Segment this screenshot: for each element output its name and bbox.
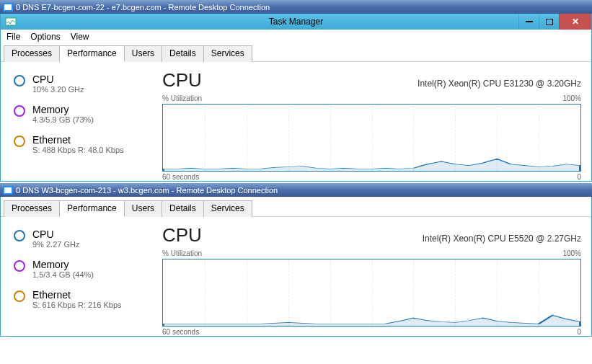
- chart-title: CPU: [162, 224, 202, 247]
- close-button[interactable]: ✕: [559, 14, 591, 30]
- tab-processes[interactable]: Processes: [4, 45, 60, 62]
- taskmanager-icon: [5, 16, 17, 27]
- sidebar-ethernet[interactable]: Ethernet S: 488 Kbps R: 48.0 Kbps: [11, 130, 162, 159]
- chart-ymax: 100%: [562, 249, 581, 257]
- main-panel-1: CPU Intel(R) Xeon(R) CPU E31230 @ 3.20GH…: [162, 69, 581, 181]
- tab-details[interactable]: Details: [162, 200, 204, 217]
- menu-options[interactable]: Options: [30, 32, 60, 42]
- cpu-model: Intel(R) Xeon(R) CPU E5520 @ 2.27GHz: [423, 234, 581, 244]
- sidebar-1: CPU 10% 3.20 GHz Memory 4.3/5.9 GB (73%)…: [11, 69, 162, 181]
- window-title: Task Manager: [269, 17, 323, 27]
- tab-performance[interactable]: Performance: [59, 200, 125, 217]
- chart-ylabel: % Utilization: [162, 249, 202, 257]
- taskmanager-window-2: Processes Performance Users Details Serv…: [0, 197, 592, 337]
- rdc-title-text: 0 DNS E7-bcgen-com-22 - e7.bcgen.com - R…: [16, 3, 270, 12]
- sidebar-memory[interactable]: Memory 1.5/3.4 GB (44%): [11, 254, 162, 283]
- tab-processes[interactable]: Processes: [4, 200, 60, 217]
- chart-xright: 0: [577, 173, 581, 181]
- sidebar-ethernet-detail: S: 616 Kbps R: 216 Kbps: [32, 301, 122, 309]
- tab-services[interactable]: Services: [203, 200, 252, 217]
- tab-users[interactable]: Users: [124, 200, 162, 217]
- taskmanager-window: Task Manager ✕ File Options View Process…: [0, 14, 592, 182]
- chart-xleft: 60 seconds: [162, 328, 199, 336]
- rdc-titlebar-2[interactable]: 0 DNS W3-bcgen-com-213 - w3.bcgen.com - …: [0, 183, 592, 197]
- performance-content-2: CPU 9% 2.27 GHz Memory 1.5/3.4 GB (44%) …: [1, 217, 591, 336]
- menu-bar: File Options View: [1, 30, 591, 43]
- main-panel-2: CPU Intel(R) Xeon(R) CPU E5520 @ 2.27GHz…: [162, 224, 581, 336]
- chart-title: CPU: [162, 69, 202, 92]
- sidebar-ethernet-detail: S: 488 Kbps R: 48.0 Kbps: [32, 146, 124, 154]
- sidebar-ethernet[interactable]: Ethernet S: 616 Kbps R: 216 Kbps: [11, 285, 162, 314]
- sidebar-cpu-detail: 10% 3.20 GHz: [32, 85, 84, 94]
- window-buttons: ✕: [518, 14, 591, 30]
- sidebar-memory-label: Memory: [32, 104, 94, 115]
- tabs-1: Processes Performance Users Details Serv…: [1, 43, 591, 62]
- memory-indicator-icon: [14, 105, 25, 117]
- tab-details[interactable]: Details: [162, 45, 204, 62]
- window-client: File Options View Processes Performance …: [1, 30, 591, 181]
- sidebar-memory-label: Memory: [32, 259, 94, 270]
- tab-services[interactable]: Services: [203, 45, 252, 62]
- rdc-title-text: 0 DNS W3-bcgen-com-213 - w3.bcgen.com - …: [16, 186, 278, 195]
- sidebar-memory-detail: 1.5/3.4 GB (44%): [32, 270, 94, 279]
- menu-view[interactable]: View: [71, 32, 89, 42]
- sidebar-memory[interactable]: Memory 4.3/5.9 GB (73%): [11, 99, 162, 128]
- sidebar-2: CPU 9% 2.27 GHz Memory 1.5/3.4 GB (44%) …: [11, 224, 162, 336]
- rdc-icon: [3, 3, 13, 12]
- window-titlebar[interactable]: Task Manager ✕: [1, 14, 591, 30]
- cpu-indicator-icon: [14, 75, 25, 86]
- cpu-chart-2: [162, 259, 581, 327]
- performance-content-1: CPU 10% 3.20 GHz Memory 4.3/5.9 GB (73%)…: [1, 62, 591, 181]
- sidebar-ethernet-label: Ethernet: [32, 289, 122, 301]
- ethernet-indicator-icon: [14, 136, 25, 147]
- ethernet-indicator-icon: [14, 290, 25, 302]
- cpu-indicator-icon: [14, 230, 25, 241]
- sidebar-memory-detail: 4.3/5.9 GB (73%): [32, 115, 94, 124]
- minimize-button[interactable]: [518, 14, 539, 30]
- memory-indicator-icon: [14, 260, 25, 272]
- sidebar-cpu-label: CPU: [32, 74, 84, 85]
- tab-performance[interactable]: Performance: [59, 45, 125, 62]
- sidebar-ethernet-label: Ethernet: [32, 134, 124, 146]
- chart-xright: 0: [577, 328, 581, 336]
- maximize-button[interactable]: [539, 14, 559, 30]
- window-client-2: Processes Performance Users Details Serv…: [1, 197, 591, 336]
- sidebar-cpu-label: CPU: [32, 228, 79, 240]
- chart-ymax: 100%: [562, 94, 581, 102]
- rdc-titlebar-1[interactable]: 0 DNS E7-bcgen-com-22 - e7.bcgen.com - R…: [0, 0, 592, 14]
- rdc-icon: [3, 186, 13, 195]
- chart-xleft: 60 seconds: [162, 173, 199, 181]
- sidebar-cpu[interactable]: CPU 9% 2.27 GHz: [11, 224, 162, 253]
- tabs-2: Processes Performance Users Details Serv…: [1, 197, 591, 217]
- cpu-chart-1: [162, 104, 581, 172]
- sidebar-cpu[interactable]: CPU 10% 3.20 GHz: [11, 69, 162, 98]
- sidebar-cpu-detail: 9% 2.27 GHz: [32, 240, 79, 249]
- tab-users[interactable]: Users: [124, 45, 162, 62]
- chart-ylabel: % Utilization: [162, 94, 202, 102]
- cpu-model: Intel(R) Xeon(R) CPU E31230 @ 3.20GHz: [418, 79, 581, 89]
- menu-file[interactable]: File: [6, 32, 20, 42]
